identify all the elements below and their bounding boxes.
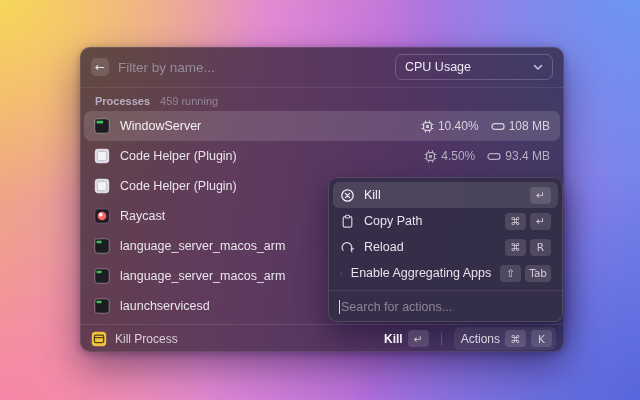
r-key-badge: R bbox=[530, 239, 551, 256]
process-stats: 10.40% 108 MB bbox=[421, 119, 550, 133]
raycast-window: ← Filter by name... CPU Usage Processes … bbox=[80, 47, 564, 352]
extension-title: Kill Process bbox=[115, 332, 178, 346]
cmd-key-badge: ⌘ bbox=[505, 213, 526, 230]
return-key-badge: ↵ bbox=[530, 187, 551, 204]
code-helper-app-icon bbox=[94, 178, 110, 194]
sort-dropdown[interactable]: CPU Usage bbox=[395, 54, 553, 80]
shift-key-badge: ⇧ bbox=[500, 265, 521, 282]
menu-item-label: Reload bbox=[364, 240, 496, 254]
kill-process-app-icon bbox=[91, 331, 107, 347]
shortcut-keys: ⌘ ↵ bbox=[505, 213, 551, 230]
process-name: Code Helper (Plugin) bbox=[120, 149, 237, 163]
process-name: WindowServer bbox=[120, 119, 201, 133]
terminal-app-icon bbox=[94, 268, 110, 284]
sort-dropdown-value: CPU Usage bbox=[405, 60, 471, 74]
memory-icon bbox=[487, 150, 501, 163]
cpu-chip-icon bbox=[421, 120, 434, 133]
actions-search-input[interactable]: Search for actions... bbox=[341, 300, 452, 314]
statusbar-divider bbox=[441, 333, 442, 345]
menu-item-label: Copy Path bbox=[364, 214, 496, 228]
tab-key-badge: Tab bbox=[525, 265, 551, 282]
raycast-app-icon bbox=[94, 208, 110, 224]
primary-action[interactable]: Kill ↵ bbox=[384, 330, 429, 347]
status-bar: Kill Process Kill ↵ Actions ⌘ K bbox=[80, 324, 564, 352]
cpu-stat: 10.40% bbox=[421, 119, 479, 133]
reload-arrow-icon bbox=[340, 240, 355, 255]
kill-circle-x-icon bbox=[340, 188, 355, 203]
process-name: Code Helper (Plugin) bbox=[120, 179, 237, 193]
code-helper-app-icon bbox=[94, 148, 110, 164]
process-name: Raycast bbox=[120, 209, 165, 223]
memory-icon bbox=[491, 120, 505, 133]
shortcut-keys: ↵ bbox=[530, 187, 551, 204]
terminal-app-icon bbox=[94, 238, 110, 254]
return-key-badge: ↵ bbox=[408, 330, 429, 347]
section-header: Processes 459 running bbox=[80, 88, 564, 110]
cmd-key-badge: ⌘ bbox=[505, 330, 526, 347]
shortcut-keys: ⇧ Tab bbox=[500, 265, 551, 282]
section-title: Processes bbox=[95, 95, 150, 107]
actions-search-row: Search for actions... bbox=[333, 291, 558, 322]
process-row-windowserver[interactable]: WindowServer 10.40% bbox=[84, 111, 560, 141]
menu-item-label: Kill bbox=[364, 188, 521, 202]
actions-menu: Kill ↵ Copy Path ⌘ ↵ bbox=[328, 177, 563, 322]
menu-item-label: Enable Aggregating Apps bbox=[351, 266, 491, 280]
memory-stat: 93.4 MB bbox=[487, 149, 550, 163]
menu-item-enable-aggregating-apps[interactable]: Enable Aggregating Apps ⇧ Tab bbox=[333, 260, 558, 286]
process-stats: 4.50% 93.4 MB bbox=[424, 149, 550, 163]
actions-button-label: Actions bbox=[461, 332, 500, 346]
memory-stat: 108 MB bbox=[491, 119, 550, 133]
k-key-badge: K bbox=[531, 330, 552, 347]
desktop-background: ← Filter by name... CPU Usage Processes … bbox=[0, 0, 640, 400]
menu-item-reload[interactable]: Reload ⌘ R bbox=[333, 234, 558, 260]
cpu-chip-icon bbox=[424, 150, 437, 163]
section-count: 459 running bbox=[160, 95, 218, 107]
primary-action-label: Kill bbox=[384, 332, 403, 346]
filter-input[interactable]: Filter by name... bbox=[118, 60, 386, 75]
process-row-code-helper-1[interactable]: Code Helper (Plugin) 4.50% bbox=[84, 141, 560, 171]
process-name: language_server_macos_arm bbox=[120, 239, 285, 253]
cpu-stat: 4.50% bbox=[424, 149, 475, 163]
app-window-icon bbox=[340, 266, 342, 281]
menu-item-copy-path[interactable]: Copy Path ⌘ ↵ bbox=[333, 208, 558, 234]
terminal-app-icon bbox=[94, 298, 110, 314]
return-key-badge: ↵ bbox=[530, 213, 551, 230]
chevron-down-icon bbox=[533, 64, 543, 71]
text-caret bbox=[339, 300, 340, 314]
menu-item-kill[interactable]: Kill ↵ bbox=[333, 182, 558, 208]
actions-button[interactable]: Actions ⌘ K bbox=[454, 327, 556, 350]
shortcut-keys: ⌘ R bbox=[505, 239, 551, 256]
back-arrow-icon: ← bbox=[95, 60, 105, 74]
top-search-bar: ← Filter by name... CPU Usage bbox=[80, 47, 564, 87]
cmd-key-badge: ⌘ bbox=[505, 239, 526, 256]
clipboard-icon bbox=[340, 214, 355, 229]
process-name: launchservicesd bbox=[120, 299, 210, 313]
back-button[interactable]: ← bbox=[91, 58, 109, 76]
terminal-app-icon bbox=[94, 118, 110, 134]
process-name: language_server_macos_arm bbox=[120, 269, 285, 283]
